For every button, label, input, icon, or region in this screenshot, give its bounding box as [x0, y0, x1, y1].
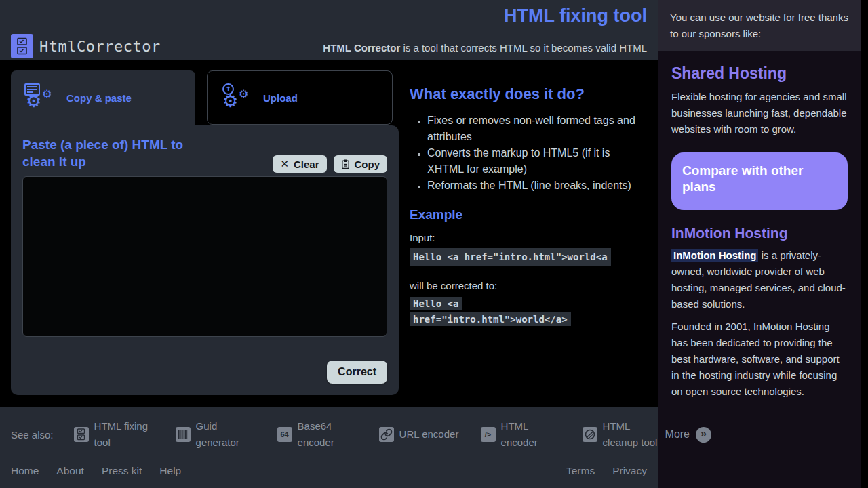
footer-tool-link[interactable]: Guid generator: [176, 418, 258, 451]
example-input-code: Hello <a href="intro.html">world<a: [410, 248, 611, 266]
example-heading: Example: [410, 207, 648, 222]
footer-tool-link[interactable]: /> HTML encoder: [481, 418, 564, 451]
footer-nav-link[interactable]: Home: [11, 465, 39, 477]
feature-item: Converts the markup to HTML5 (if it is X…: [427, 145, 648, 178]
footer-tool-link[interactable]: 64 Base64 encoder: [277, 418, 360, 451]
gear-icon: ⚙: [222, 92, 238, 110]
more-label: More: [665, 428, 690, 441]
correct-button[interactable]: Correct: [327, 361, 387, 384]
upload-icon: ↑ ⚙ ⚙: [221, 83, 254, 112]
shared-hosting-text: Flexible hosting for agencies and small …: [671, 89, 848, 138]
inmotion-hosting-link[interactable]: InMotion Hosting: [671, 225, 848, 241]
code-icon: />: [481, 427, 496, 442]
feature-item: Reformats the HTML (line breaks, indents…: [427, 178, 648, 194]
logo-text: HtmlCorrector: [39, 38, 161, 55]
footer-tool-label: HTML cleanup tool: [603, 418, 665, 451]
tab-upload-label: Upload: [263, 92, 298, 104]
see-also-label: See also:: [11, 429, 54, 441]
footer-nav: HomeAboutPress kitHelp: [11, 465, 181, 477]
paste-panel: Paste (a piece of) HTML to clean it up ✕…: [11, 125, 399, 395]
footer-tool-link[interactable]: HTML fixing tool: [74, 418, 157, 451]
main-content: ⚙ ⚙ Copy & paste ↑ ⚙ ⚙ Upload Paste (a p…: [0, 60, 658, 407]
example-output-code: Hello <a href="intro.html">world</a>: [410, 297, 571, 326]
footer-tool-label: Base64 encoder: [298, 418, 360, 451]
more-chevrons-icon: »: [696, 427, 711, 443]
tab-copy-paste[interactable]: ⚙ ⚙ Copy & paste: [11, 70, 195, 125]
footer-tool-link[interactable]: URL encoder: [379, 426, 462, 443]
footer-nav-link[interactable]: Help: [159, 465, 181, 477]
barcode-icon: [176, 427, 191, 442]
gear-icon: ⚙: [42, 89, 52, 100]
footer-nav-link[interactable]: About: [56, 465, 84, 477]
footer-tool-label: Guid generator: [196, 418, 258, 451]
inmotion-paragraph-1: InMotion Hosting is a privately-owned, w…: [671, 247, 848, 312]
footer: See also: HTML fixing tool Guid generato…: [0, 407, 658, 488]
compare-plans-title: Compare with other plans: [682, 163, 838, 195]
footer-nav-link[interactable]: Press kit: [102, 465, 142, 477]
html-fixing-glyph: [76, 428, 87, 441]
inmotion-paragraph-2: Founded in 2001, InMotion Hosting has be…: [671, 319, 848, 400]
cleanup-glyph: [584, 428, 596, 441]
clear-x-icon: ✕: [280, 158, 289, 170]
htmlcorrector-logo-icon: [11, 34, 33, 58]
shared-hosting-link[interactable]: Shared Hosting: [671, 64, 848, 83]
gear-icon: ⚙: [26, 92, 41, 110]
info-heading: What exactly does it do?: [410, 85, 648, 103]
copy-button[interactable]: Copy: [334, 155, 388, 173]
link-icon: [379, 427, 394, 442]
see-also-links: HTML fixing tool Guid generator 64 Base6…: [74, 418, 665, 451]
header: HtmlCorrector HTML fixing tool HTML Corr…: [0, 0, 658, 60]
copy-paste-icon: ⚙ ⚙: [24, 83, 57, 112]
barcode-glyph: [178, 430, 189, 439]
compare-plans-card[interactable]: Compare with other plans: [671, 152, 848, 210]
footer-tool-label: HTML fixing tool: [94, 418, 157, 451]
tagline: HTML Corrector is a tool that corrects H…: [323, 42, 647, 54]
clear-button[interactable]: ✕ Clear: [273, 155, 326, 173]
info-column: What exactly does it do? Fixes or remove…: [410, 85, 648, 327]
html-fixing-icon: [74, 427, 89, 442]
example-output-label: will be corrected to:: [410, 279, 648, 293]
gear-icon: ⚙: [239, 89, 248, 100]
paste-panel-heading: Paste (a piece of) HTML to clean it up: [22, 136, 195, 170]
example-input-label: Input:: [410, 230, 648, 245]
link-glyph: [380, 428, 393, 441]
sponsor-sidebar: You can use our website for free thanks …: [658, 0, 861, 488]
footer-tool-link[interactable]: HTML cleanup tool: [583, 418, 665, 451]
inmotion-highlighted-text: InMotion Hosting: [671, 249, 758, 262]
logo[interactable]: HtmlCorrector: [11, 34, 161, 58]
feature-list: Fixes or removes non-well formed tags an…: [427, 113, 648, 194]
sponsor-intro: You can use our website for free thanks …: [658, 0, 861, 51]
copy-button-label: Copy: [355, 159, 380, 170]
footer-legal-link[interactable]: Terms: [566, 465, 595, 477]
footer-legal-link[interactable]: Privacy: [612, 465, 647, 477]
feature-item: Fixes or removes non-well formed tags an…: [427, 113, 648, 145]
clipboard-icon: [341, 159, 350, 169]
page-title: HTML fixing tool: [504, 5, 647, 26]
tab-copy-paste-label: Copy & paste: [66, 92, 132, 104]
more-link[interactable]: More »: [665, 427, 711, 443]
tab-upload[interactable]: ↑ ⚙ ⚙ Upload: [207, 70, 393, 125]
cleanup-icon: [583, 427, 597, 442]
html-input-textarea[interactable]: [22, 176, 387, 337]
tagline-bold: HTML Corrector: [323, 42, 400, 54]
footer-legal: TermsPrivacy: [566, 465, 647, 477]
footer-tool-label: URL encoder: [399, 426, 462, 443]
tagline-rest: is a tool that corrects HTML so it becom…: [400, 42, 647, 54]
clear-button-label: Clear: [294, 159, 319, 170]
footer-tool-label: HTML encoder: [501, 418, 564, 451]
base64-icon: 64: [277, 427, 292, 442]
